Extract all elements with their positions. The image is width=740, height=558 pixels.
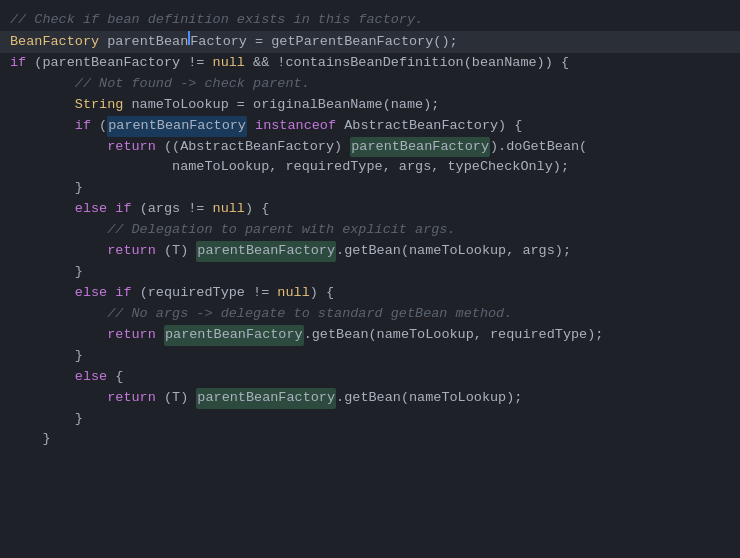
plain-token: (T) <box>156 241 197 262</box>
type-token: String <box>75 95 124 116</box>
comment-token: // Check if bean definition exists in th… <box>10 10 423 31</box>
plain-token: ) { <box>245 199 269 220</box>
code-line-2: BeanFactory parentBeanFactory = getParen… <box>0 31 740 53</box>
plain-token: && !containsBeanDefinition(beanName)) { <box>245 53 569 74</box>
plain-token <box>10 220 107 241</box>
keyword-token: return <box>107 325 156 346</box>
plain-token: (requiredType != <box>132 283 278 304</box>
keyword-token: if <box>115 199 131 220</box>
highlight-green-token: parentBeanFactory <box>164 325 304 346</box>
null-token: null <box>213 53 245 74</box>
plain-token: } <box>10 409 83 430</box>
plain-token <box>247 116 255 137</box>
code-line-6: if (parentBeanFactory instanceof Abstrac… <box>0 116 740 137</box>
plain-token: (parentBeanFactory != <box>26 53 212 74</box>
code-line-11: // Delegation to parent with explicit ar… <box>0 220 740 241</box>
null-token: null <box>213 199 245 220</box>
highlight-green-token: parentBeanFactory <box>196 388 336 409</box>
highlight-green-token: parentBeanFactory <box>350 137 490 158</box>
keyword-token: else <box>75 199 107 220</box>
plain-token: nameToLookup = originalBeanName(name); <box>123 95 439 116</box>
null-token: null <box>277 283 309 304</box>
plain-token <box>107 283 115 304</box>
plain-token <box>10 283 75 304</box>
keyword-token: if <box>115 283 131 304</box>
code-line-3: if (parentBeanFactory != null && !contai… <box>0 53 740 74</box>
code-line-20: } <box>0 409 740 430</box>
keyword-token: else <box>75 283 107 304</box>
plain-token <box>10 137 107 158</box>
plain-token: (args != <box>132 199 213 220</box>
code-line-16: return parentBeanFactory.getBean(nameToL… <box>0 325 740 346</box>
code-line-14: else if (requiredType != null) { <box>0 283 740 304</box>
plain-token: AbstractBeanFactory) { <box>336 116 522 137</box>
keyword-token: return <box>107 388 156 409</box>
plain-token <box>10 116 75 137</box>
plain-token: ) { <box>310 283 334 304</box>
code-line-19: return (T) parentBeanFactory.getBean(nam… <box>0 388 740 409</box>
comment-token: // No args -> delegate to standard getBe… <box>107 304 512 325</box>
plain-token: ).doGetBean( <box>490 137 587 158</box>
code-line-17: } <box>0 346 740 367</box>
plain-token <box>10 199 75 220</box>
keyword-token: if <box>10 53 26 74</box>
code-line-4: // Not found -> check parent. <box>0 74 740 95</box>
plain-token: .getBean(nameToLookup, requiredType); <box>304 325 604 346</box>
plain-token <box>10 304 107 325</box>
plain-token <box>10 95 75 116</box>
plain-token <box>107 199 115 220</box>
plain-token: } <box>10 429 51 450</box>
keyword-token: return <box>107 137 156 158</box>
keyword-token: instanceof <box>255 116 336 137</box>
plain-token: } <box>10 178 83 199</box>
code-line-9: } <box>0 178 740 199</box>
plain-token: Factory = getParentBeanFactory(); <box>190 32 457 53</box>
code-line-15: // No args -> delegate to standard getBe… <box>0 304 740 325</box>
comment-token: // Delegation to parent with explicit ar… <box>107 220 455 241</box>
keyword-token: else <box>75 367 107 388</box>
code-line-5: String nameToLookup = originalBeanName(n… <box>0 95 740 116</box>
plain-token: .getBean(nameToLookup, args); <box>336 241 571 262</box>
plain-token: parentBean <box>99 32 188 53</box>
code-line-8: nameToLookup, requiredType, args, typeCh… <box>0 157 740 178</box>
comment-token: // Not found -> check parent. <box>75 74 310 95</box>
plain-token: (T) <box>156 388 197 409</box>
plain-token <box>10 241 107 262</box>
type-token: BeanFactory <box>10 32 99 53</box>
code-line-12: return (T) parentBeanFactory.getBean(nam… <box>0 241 740 262</box>
plain-token <box>10 388 107 409</box>
plain-token <box>10 367 75 388</box>
code-line-21: } <box>0 429 740 450</box>
code-editor: // Check if bean definition exists in th… <box>0 0 740 558</box>
highlight-green-token: parentBeanFactory <box>196 241 336 262</box>
plain-token: } <box>10 262 83 283</box>
keyword-token: return <box>107 241 156 262</box>
code-line-13: } <box>0 262 740 283</box>
plain-token: { <box>107 367 123 388</box>
plain-token: nameToLookup, requiredType, args, typeCh… <box>10 157 569 178</box>
keyword-token: if <box>75 116 91 137</box>
code-line-10: else if (args != null) { <box>0 199 740 220</box>
plain-token: .getBean(nameToLookup); <box>336 388 522 409</box>
plain-token <box>156 325 164 346</box>
plain-token: ( <box>91 116 107 137</box>
plain-token <box>10 74 75 95</box>
plain-token: ((AbstractBeanFactory) <box>156 137 350 158</box>
plain-token: } <box>10 346 83 367</box>
code-line-18: else { <box>0 367 740 388</box>
code-line-7: return ((AbstractBeanFactory) parentBean… <box>0 137 740 158</box>
plain-token <box>10 325 107 346</box>
code-line-1: // Check if bean definition exists in th… <box>0 10 740 31</box>
highlight-blue-token: parentBeanFactory <box>107 116 247 137</box>
